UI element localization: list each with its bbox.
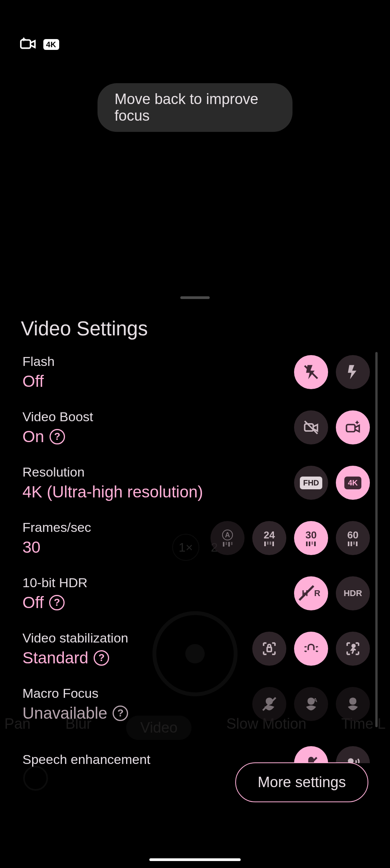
- svg-line-3: [305, 421, 318, 434]
- sheet-title: Video Settings: [21, 317, 148, 340]
- stabilization-standard-option[interactable]: [294, 632, 328, 666]
- video-boost-help-icon[interactable]: ?: [50, 429, 65, 444]
- resolution-fhd-option[interactable]: FHD: [294, 466, 328, 500]
- hdr-on-option[interactable]: HDR: [336, 576, 370, 610]
- focus-hint-toast: Move back to improve focus: [98, 83, 292, 132]
- flash-label: Flash: [22, 354, 55, 369]
- fps-30-option[interactable]: 30: [294, 521, 328, 555]
- svg-rect-0: [21, 40, 31, 48]
- fps-auto-option[interactable]: A: [210, 521, 245, 555]
- home-indicator: [149, 858, 241, 861]
- more-settings-button[interactable]: More settings: [235, 762, 368, 802]
- video-boost-icon[interactable]: [19, 35, 37, 54]
- video-boost-off-option[interactable]: [294, 410, 328, 444]
- svg-point-7: [352, 644, 355, 647]
- hdr-off-option[interactable]: HDR: [294, 576, 328, 610]
- macro-auto-option[interactable]: A: [294, 687, 328, 721]
- speech-enhancement-label: Speech enhancement: [22, 752, 151, 767]
- hdr-label: 10-bit HDR: [22, 575, 87, 590]
- stabilization-value: Standard ?: [22, 649, 128, 667]
- stabilization-help-icon[interactable]: ?: [94, 650, 109, 666]
- macro-label: Macro Focus: [22, 686, 128, 701]
- flash-off-option[interactable]: [294, 355, 328, 389]
- resolution-value: 4K (Ultra-high resolution): [22, 483, 203, 501]
- stabilization-label: Video stabilization: [22, 630, 128, 646]
- svg-rect-4: [347, 425, 355, 432]
- resolution-4k-badge[interactable]: 4K: [43, 39, 59, 50]
- resolution-4k-option[interactable]: 4K: [336, 466, 370, 500]
- video-boost-label: Video Boost: [22, 409, 93, 424]
- svg-line-5: [299, 586, 314, 600]
- stabilization-active-option[interactable]: [336, 632, 370, 666]
- fps-label: Frames/sec: [22, 520, 91, 535]
- fps-24-option[interactable]: 24: [252, 521, 286, 555]
- fps-60-option[interactable]: 60: [336, 521, 370, 555]
- macro-help-icon[interactable]: ?: [113, 706, 128, 721]
- hdr-help-icon[interactable]: ?: [49, 595, 65, 610]
- video-boost-value: On ?: [22, 427, 93, 446]
- svg-text:A: A: [313, 697, 318, 703]
- resolution-label: Resolution: [22, 465, 203, 480]
- video-boost-on-option[interactable]: [336, 410, 370, 444]
- macro-on-option[interactable]: [336, 687, 370, 721]
- fps-value: 30: [22, 538, 91, 557]
- hdr-value: Off ?: [22, 593, 87, 612]
- flash-value: Off: [22, 372, 55, 391]
- macro-value: Unavailable ?: [22, 704, 128, 723]
- stabilization-locked-option[interactable]: [252, 632, 286, 666]
- svg-rect-6: [267, 647, 272, 651]
- scrollbar[interactable]: [375, 352, 378, 727]
- flash-on-option[interactable]: [336, 355, 370, 389]
- sheet-drag-handle[interactable]: [180, 296, 210, 299]
- macro-off-option[interactable]: [252, 687, 286, 721]
